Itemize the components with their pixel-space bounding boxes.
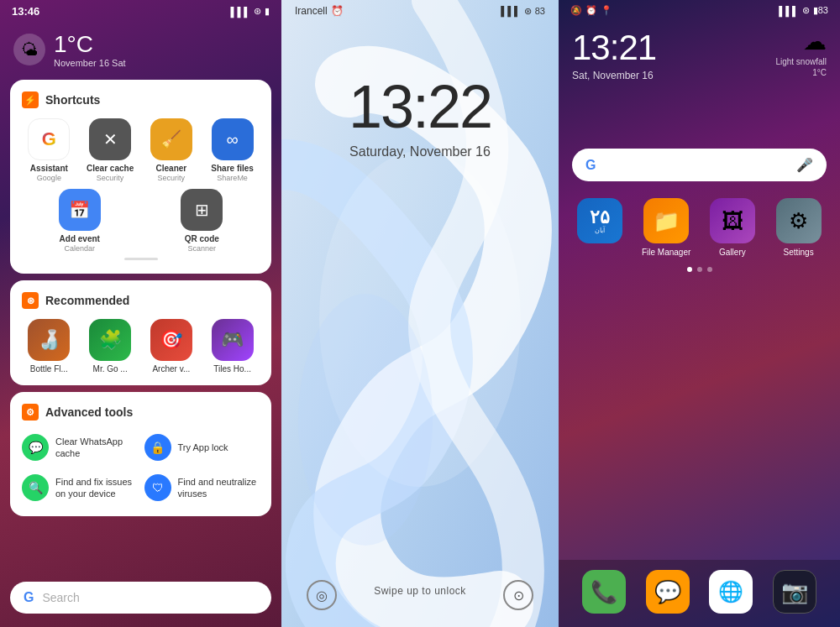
lock-camera-icon[interactable]: ⊙ (503, 580, 533, 610)
recommended-grid: 🍶 Bottle Fl... 🧩 Mr. Go ... 🎯 Archer v..… (22, 319, 260, 374)
findfix-text: Find and fix issues on your device (55, 476, 138, 500)
findfix-icon: 🔍 (22, 474, 49, 501)
archer-icon: 🎯 (150, 319, 192, 361)
right-status-right: ▌▌▌ ⊛ ▮83 (779, 5, 828, 16)
right-time: 13:21 (572, 28, 656, 68)
share-files-icon: ∞ (212, 118, 254, 160)
weather-temp: 1°C (54, 31, 126, 58)
advanced-title-icon: ⚙ (22, 404, 39, 421)
add-event-sub: Calendar (64, 244, 95, 253)
advanced-title: ⚙ Advanced tools (22, 404, 260, 421)
search-g-logo: G (24, 590, 34, 605)
advanced-label: Advanced tools (45, 405, 133, 419)
shortcuts-grid: G Assistant Google ✕ Clear cache Securit… (22, 118, 260, 182)
rec-tiles[interactable]: 🎮 Tiles Ho... (205, 319, 260, 374)
assistant-icon: G (28, 118, 70, 160)
tool-whatsapp[interactable]: 💬 Clear WhatsApp cache (22, 431, 138, 464)
dot-1 (687, 267, 692, 272)
applock-icon: 🔒 (144, 434, 171, 461)
qr-code-sub: Scanner (187, 244, 216, 253)
shortcut-add-event[interactable]: 📅 Add event Calendar (22, 189, 138, 253)
search-placeholder: Search (42, 591, 79, 604)
drag-indicator[interactable] (22, 253, 260, 262)
mrgo-name: Mr. Go ... (93, 364, 128, 374)
shortcut-cleaner[interactable]: 🧹 Cleaner Security (144, 118, 199, 182)
bottle-icon: 🍶 (28, 319, 70, 361)
right-silent-icon: 🔕 (570, 5, 582, 16)
center-signal-icon: ▌▌▌ (501, 6, 520, 16)
dock-chrome[interactable]: 🌐 (709, 570, 753, 614)
dock-messages[interactable]: 💬 (646, 570, 690, 614)
lock-bottom-icons: ◎ ⊙ (281, 580, 559, 610)
shortcut-qr-code[interactable]: ⊞ QR code Scanner (144, 189, 260, 253)
weather-date: November 16 Sat (54, 58, 126, 68)
tool-applock[interactable]: 🔒 Try App lock (144, 431, 260, 464)
right-location-icon: 📍 (601, 5, 612, 16)
right-status-bar: 🔕 ⏰ 📍 ▌▌▌ ⊛ ▮83 (559, 0, 840, 21)
advanced-card: ⚙ Advanced tools 💬 Clear WhatsApp cache … (10, 392, 271, 516)
right-weather-desc: Light snowfall (775, 57, 827, 66)
left-status-icons: ▌▌▌ ⊛ ▮ (231, 6, 270, 17)
app-persian-calendar[interactable]: ۲۵ آبان (572, 198, 628, 257)
center-status-bar: Irancell ⏰ ▌▌▌ ⊛ 83 (281, 0, 559, 22)
add-event-name: Add event (60, 234, 100, 243)
app-file-manager[interactable]: 📁 File Manager (638, 198, 695, 257)
applock-text: Try App lock (178, 442, 228, 453)
settings-name: Settings (784, 248, 814, 257)
archer-name: Archer v... (152, 364, 190, 374)
virus-icon: 🛡 (144, 474, 171, 501)
flashlight-icon[interactable]: ◎ (307, 580, 337, 610)
tiles-icon: 🎮 (212, 319, 254, 361)
app-gallery[interactable]: 🖼 Gallery (705, 198, 761, 257)
rec-mrgo[interactable]: 🧩 Mr. Go ... (83, 319, 138, 374)
dock-camera[interactable]: 📷 (773, 570, 816, 614)
dock-phone[interactable]: 📞 (582, 570, 626, 614)
persian-calendar-icon: ۲۵ آبان (577, 198, 622, 243)
share-files-sub: ShareMe (217, 174, 248, 182)
right-search-mic-icon[interactable]: 🎤 (796, 157, 813, 173)
assistant-sub: Google (37, 174, 61, 182)
settings-icon: ⚙ (776, 198, 822, 243)
chrome-icon: 🌐 (709, 570, 753, 614)
right-signal-icon: ▌▌▌ (779, 6, 798, 16)
right-search-bar[interactable]: G 🎤 (572, 149, 827, 181)
right-top-row: 13:21 Sat, November 16 ☁ Light snowfall … (559, 21, 840, 81)
dot-2 (697, 267, 702, 272)
clear-cache-sub: Security (97, 174, 124, 182)
right-wifi-icon: ⊛ (802, 5, 810, 16)
tools-grid: 💬 Clear WhatsApp cache 🔒 Try App lock 🔍 … (22, 431, 260, 504)
shortcuts-card: ⚡ Shortcuts G Assistant Google ✕ Clear c… (10, 80, 271, 274)
right-weather-icon: ☁ (803, 28, 827, 55)
recommended-card: ⊛ Recommended 🍶 Bottle Fl... 🧩 Mr. Go ..… (10, 280, 271, 385)
right-page-dots (559, 267, 840, 272)
tool-findfix[interactable]: 🔍 Find and fix issues on your device (22, 471, 138, 504)
right-time-date: 13:21 Sat, November 16 (572, 28, 656, 81)
signal-icon: ▌▌▌ (231, 7, 250, 17)
right-dock: 📞 💬 🌐 📷 (559, 560, 840, 627)
rec-archer[interactable]: 🎯 Archer v... (144, 319, 199, 374)
left-search-bar[interactable]: G Search (10, 582, 271, 614)
shortcuts-label: Shortcuts (45, 93, 100, 107)
bottle-name: Bottle Fl... (30, 364, 68, 374)
weather-icon: 🌤 (13, 34, 45, 65)
persian-cal-month: آبان (595, 227, 605, 234)
shortcut-clear-cache[interactable]: ✕ Clear cache Security (83, 118, 138, 182)
lock-date: Saturday, November 16 (349, 144, 491, 159)
right-battery-icon: ▮83 (813, 5, 828, 16)
shortcut-share-files[interactable]: ∞ Share files ShareMe (205, 118, 260, 182)
app-settings[interactable]: ⚙ Settings (770, 198, 827, 257)
wifi-icon: ⊛ (254, 6, 261, 17)
left-status-bar: 13:46 ▌▌▌ ⊛ ▮ (0, 0, 281, 23)
right-search-g-logo: G (585, 158, 596, 173)
right-status-left: 🔕 ⏰ 📍 (570, 5, 612, 16)
whatsapp-icon: 💬 (22, 434, 49, 461)
recommended-label: Recommended (45, 294, 129, 307)
shortcut-assistant[interactable]: G Assistant Google (22, 118, 76, 182)
file-manager-icon: 📁 (643, 198, 689, 243)
tool-virus[interactable]: 🛡 Find and neutralize viruses (144, 471, 260, 504)
rec-bottle[interactable]: 🍶 Bottle Fl... (22, 319, 76, 374)
right-weather-temp: 1°C (812, 68, 827, 77)
clear-cache-icon: ✕ (89, 118, 131, 160)
phone-icon: 📞 (582, 570, 626, 614)
right-panel: 🔕 ⏰ 📍 ▌▌▌ ⊛ ▮83 13:21 Sat, November 16 ☁… (559, 0, 840, 627)
